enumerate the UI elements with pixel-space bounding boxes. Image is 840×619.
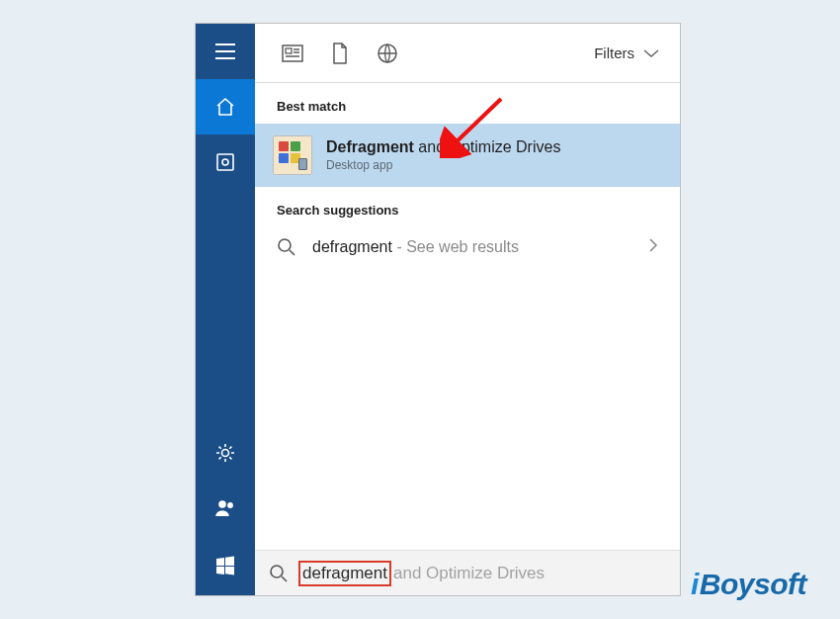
gear-icon: [214, 442, 236, 464]
search-completion: and Optimize Drives: [393, 564, 545, 583]
home-icon: [214, 97, 236, 117]
sidebar-apps[interactable]: [196, 134, 255, 190]
svg-point-9: [271, 566, 283, 577]
search-input[interactable]: defragment and Optimize Drives: [298, 561, 545, 586]
toolbar-web[interactable]: [364, 24, 411, 83]
cortana-search-window: Filters Best match Defragment and Optimi…: [195, 23, 681, 596]
svg-rect-0: [217, 154, 233, 170]
svg-point-3: [219, 501, 225, 507]
people-icon: [214, 498, 236, 518]
sidebar-settings[interactable]: [196, 425, 255, 481]
svg-rect-6: [286, 48, 292, 53]
news-icon: [282, 44, 303, 62]
best-match-subtitle: Desktop app: [326, 158, 560, 172]
toolbar-documents[interactable]: [316, 24, 364, 83]
sidebar-menu[interactable]: [196, 24, 255, 79]
toolbar-news[interactable]: [269, 24, 316, 83]
search-input-bar[interactable]: defragment and Optimize Drives: [255, 550, 680, 595]
suggestion-item[interactable]: defragment - See web results: [255, 227, 680, 267]
filters-label: Filters: [594, 44, 634, 61]
best-match-title-rest: and Optimize Drives: [414, 138, 561, 155]
globe-icon: [377, 43, 398, 64]
filters-button[interactable]: Filters: [588, 44, 666, 61]
sidebar-home[interactable]: [196, 79, 255, 134]
suggestions-header: Search suggestions: [255, 187, 680, 227]
sidebar-start[interactable]: [196, 536, 255, 595]
watermark-prefix: i: [691, 568, 699, 600]
best-match-result[interactable]: Defragment and Optimize Drives Desktop a…: [255, 124, 680, 187]
svg-point-4: [228, 503, 232, 507]
windows-icon: [214, 555, 236, 576]
suggestion-text: defragment - See web results: [312, 238, 632, 256]
best-match-header: Best match: [255, 83, 680, 124]
search-icon: [277, 237, 296, 257]
start-sidebar: [196, 24, 255, 595]
search-panel: Filters Best match Defragment and Optimi…: [255, 24, 680, 595]
document-icon: [331, 43, 349, 64]
defrag-icon: [273, 135, 312, 175]
search-toolbar: Filters: [255, 24, 680, 83]
watermark: iBoysoft: [691, 568, 806, 601]
hamburger-icon: [215, 44, 235, 59]
chevron-down-icon: [642, 48, 660, 58]
svg-point-1: [222, 159, 228, 165]
apps-icon: [215, 152, 235, 172]
search-icon: [269, 564, 289, 583]
best-match-title-bold: Defragment: [326, 138, 414, 155]
suggestion-sep: -: [392, 238, 406, 255]
chevron-right-icon: [648, 237, 658, 253]
search-typed: defragment: [298, 561, 391, 586]
sidebar-people[interactable]: [196, 481, 255, 536]
suggestion-expand[interactable]: [648, 237, 658, 257]
best-match-text: Defragment and Optimize Drives Desktop a…: [326, 138, 560, 172]
suggestion-term: defragment: [312, 238, 392, 255]
svg-point-2: [222, 450, 229, 457]
best-match-title: Defragment and Optimize Drives: [326, 138, 560, 156]
watermark-rest: Boysoft: [700, 568, 806, 600]
svg-point-8: [279, 239, 291, 251]
suggestion-hint: See web results: [406, 238, 519, 255]
